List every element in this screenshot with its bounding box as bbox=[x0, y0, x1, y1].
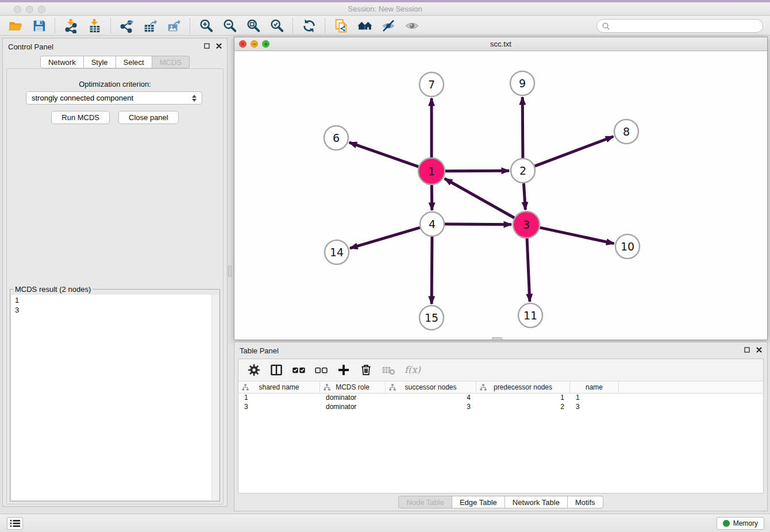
save-session-icon[interactable] bbox=[27, 17, 51, 34]
network-window-title: scc.txt bbox=[234, 37, 767, 48]
task-history-button[interactable] bbox=[7, 517, 23, 530]
delete-column-icon[interactable] bbox=[357, 361, 375, 379]
mcds-result-scrollbar[interactable] bbox=[211, 295, 218, 500]
refresh-network-icon[interactable] bbox=[297, 17, 321, 34]
node-3[interactable]: 3 bbox=[513, 211, 540, 238]
edge-4-15[interactable] bbox=[432, 237, 432, 304]
node-2[interactable]: 2 bbox=[511, 159, 535, 183]
column-header-shared-name[interactable]: shared name bbox=[238, 381, 320, 393]
import-table-icon[interactable] bbox=[83, 17, 106, 34]
network-zoom-button[interactable] bbox=[262, 40, 270, 48]
edge-4-3[interactable] bbox=[445, 224, 511, 225]
zoom-fit-icon[interactable] bbox=[241, 17, 265, 34]
zoom-out-icon[interactable] bbox=[218, 17, 241, 34]
node-label: 7 bbox=[428, 78, 435, 91]
node-label: 8 bbox=[623, 125, 630, 138]
table-body: 1dominator4113dominator323 bbox=[238, 394, 763, 412]
control-panel-float-button[interactable] bbox=[204, 43, 210, 49]
node-1[interactable]: 1 bbox=[418, 158, 445, 184]
export-network-icon[interactable] bbox=[115, 17, 138, 34]
node-7[interactable]: 7 bbox=[419, 72, 444, 97]
select-all-columns-icon[interactable] bbox=[290, 361, 307, 379]
add-column-icon[interactable] bbox=[335, 361, 352, 379]
edge-3-10[interactable] bbox=[540, 228, 614, 244]
control-panel-close-button[interactable] bbox=[216, 43, 222, 49]
tab-mcds[interactable]: MCDS bbox=[152, 56, 190, 68]
column-header-predecessor-nodes[interactable]: predecessor nodes bbox=[476, 381, 570, 393]
toolbar-separator bbox=[292, 18, 293, 33]
tab-network-table[interactable]: Network Table bbox=[505, 496, 568, 508]
tab-style[interactable]: Style bbox=[84, 56, 116, 68]
run-mcds-button[interactable]: Run MCDS bbox=[51, 111, 110, 124]
edge-2-9[interactable] bbox=[522, 97, 523, 158]
toolbar-separator bbox=[110, 18, 111, 33]
edge-4-14[interactable] bbox=[350, 228, 420, 248]
clone-network-icon[interactable] bbox=[329, 17, 353, 34]
import-network-icon[interactable] bbox=[59, 17, 83, 34]
table-row[interactable]: 3dominator323 bbox=[238, 403, 763, 412]
mcds-result-textarea[interactable]: 1 3 bbox=[11, 295, 218, 500]
tab-select[interactable]: Select bbox=[116, 56, 152, 68]
criterion-select[interactable]: strongly connected component bbox=[26, 91, 202, 105]
node-label: 10 bbox=[621, 240, 634, 253]
hierarchy-icon bbox=[480, 384, 487, 391]
show-all-icon[interactable] bbox=[400, 17, 424, 34]
node-14[interactable]: 14 bbox=[325, 240, 349, 264]
node-4[interactable]: 4 bbox=[420, 212, 444, 236]
export-image-icon[interactable] bbox=[162, 17, 186, 34]
tab-edge-table[interactable]: Edge Table bbox=[452, 496, 505, 508]
table-panel-float-button[interactable] bbox=[744, 347, 750, 353]
open-session-icon[interactable] bbox=[3, 17, 27, 34]
splitter-handle-horizontal[interactable] bbox=[492, 337, 502, 340]
network-canvas[interactable]: 1234678910111415 bbox=[234, 51, 767, 340]
edge-3-1[interactable] bbox=[445, 179, 515, 218]
mcds-result-fieldset: MCDS result (2 nodes) 1 3 bbox=[10, 285, 220, 502]
tab-motifs[interactable]: Motifs bbox=[568, 496, 603, 508]
hierarchy-icon bbox=[389, 384, 396, 391]
memory-button[interactable]: Memory bbox=[717, 517, 764, 530]
node-9[interactable]: 9 bbox=[510, 71, 534, 95]
mcds-panel: Optimization criterion: strongly connect… bbox=[6, 68, 224, 504]
column-label: shared name bbox=[259, 383, 299, 391]
search-input[interactable] bbox=[613, 21, 763, 31]
node-11[interactable]: 11 bbox=[518, 303, 542, 327]
deselect-all-columns-icon[interactable] bbox=[313, 361, 330, 379]
edge-1-6[interactable] bbox=[349, 142, 419, 167]
column-header-mcds-role[interactable]: MCDS role bbox=[320, 381, 386, 393]
cell-shared-name: 3 bbox=[238, 403, 320, 412]
edge-1-2[interactable] bbox=[445, 171, 509, 171]
node-8[interactable]: 8 bbox=[614, 119, 638, 144]
node-6[interactable]: 6 bbox=[324, 126, 348, 150]
tab-network[interactable]: Network bbox=[40, 56, 84, 68]
edge-3-11[interactable] bbox=[527, 238, 530, 302]
table-panel-close-button[interactable] bbox=[756, 347, 762, 353]
cell-shared-name: 1 bbox=[238, 394, 320, 403]
home-icon[interactable] bbox=[353, 17, 376, 34]
tab-node-table[interactable]: Node Table bbox=[398, 496, 452, 508]
network-close-button[interactable] bbox=[239, 40, 247, 48]
node-10[interactable]: 10 bbox=[615, 234, 640, 259]
node-15[interactable]: 15 bbox=[419, 306, 444, 330]
network-window-titlebar[interactable]: scc.txt bbox=[234, 37, 767, 51]
zoom-in-icon[interactable] bbox=[194, 17, 218, 34]
column-header-successor-nodes[interactable]: successor nodes bbox=[386, 381, 476, 393]
zoom-selected-icon[interactable] bbox=[265, 17, 288, 34]
window-title: Session: New Session bbox=[0, 5, 770, 13]
hide-selected-icon[interactable] bbox=[376, 17, 400, 34]
table-settings-icon[interactable] bbox=[245, 361, 263, 379]
splitter-handle-vertical[interactable] bbox=[228, 265, 232, 277]
table-row[interactable]: 1dominator411 bbox=[238, 394, 763, 403]
window-titlebar: Session: New Session bbox=[0, 0, 770, 16]
column-header-name[interactable]: name bbox=[570, 381, 619, 393]
column-label: predecessor nodes bbox=[494, 383, 552, 391]
hierarchy-icon bbox=[324, 384, 330, 391]
network-minimize-button[interactable] bbox=[251, 40, 258, 48]
toggle-columns-icon[interactable] bbox=[268, 361, 285, 379]
node-label: 3 bbox=[523, 218, 530, 231]
select-stepper-icon bbox=[192, 95, 197, 102]
column-label: name bbox=[586, 383, 603, 391]
export-table-icon[interactable] bbox=[138, 17, 162, 34]
edge-2-8[interactable] bbox=[535, 137, 614, 167]
close-panel-button[interactable]: Close panel bbox=[118, 111, 179, 124]
edge-2-3[interactable] bbox=[523, 183, 525, 210]
